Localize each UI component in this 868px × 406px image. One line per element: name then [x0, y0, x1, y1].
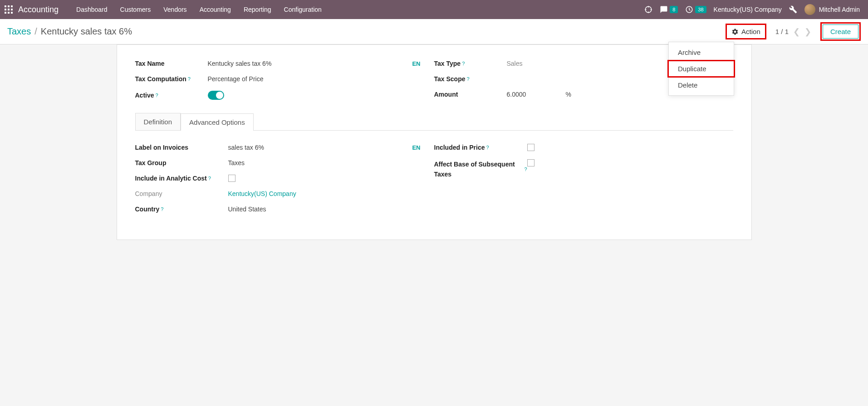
tab-definition[interactable]: Definition [135, 113, 181, 130]
active-toggle[interactable] [208, 91, 224, 100]
action-button[interactable]: Action [726, 24, 766, 39]
create-button[interactable]: Create [823, 24, 858, 39]
en-badge[interactable]: EN [412, 60, 420, 67]
tabs: Definition Advanced Options [135, 113, 733, 131]
top-nav: Accounting Dashboard Customers Vendors A… [0, 0, 868, 19]
tax-scope-label: Tax Scope? [434, 75, 507, 83]
menu-dashboard[interactable]: Dashboard [70, 0, 114, 19]
support-icon[interactable] [644, 5, 652, 14]
pager-value[interactable]: 1 / 1 [775, 28, 789, 35]
country-value[interactable]: United States [228, 205, 266, 213]
company-label: Company [135, 190, 228, 197]
help-icon[interactable]: ? [486, 145, 489, 150]
tax-type-value[interactable]: Sales [507, 60, 523, 67]
company-switcher[interactable]: Kentucky(US) Company [714, 6, 782, 13]
country-label: Country? [135, 205, 228, 213]
dropdown-archive[interactable]: Archive [669, 45, 734, 60]
tax-name-value[interactable]: Kentucky sales tax 6% [208, 60, 272, 67]
include-analytic-checkbox[interactable] [228, 175, 235, 182]
tab-advanced[interactable]: Advanced Options [181, 113, 254, 131]
messages-icon[interactable]: 8 [660, 5, 678, 14]
breadcrumb-parent[interactable]: Taxes [7, 26, 31, 37]
menu-reporting[interactable]: Reporting [237, 0, 278, 19]
activities-badge: 38 [695, 6, 706, 13]
gear-icon [731, 28, 739, 35]
svg-rect-6 [5, 12, 6, 14]
tax-computation-value[interactable]: Percentage of Price [208, 75, 264, 83]
included-price-checkbox[interactable] [527, 144, 535, 151]
tax-computation-label: Tax Computation? [135, 75, 208, 83]
messages-badge: 8 [670, 6, 678, 13]
pager-next-icon[interactable]: ❯ [804, 27, 811, 37]
include-analytic-label: Include in Analytic Cost? [135, 175, 228, 182]
company-value[interactable]: Kentucky(US) Company [228, 190, 296, 197]
help-icon[interactable]: ? [208, 176, 211, 181]
tax-type-label: Tax Type? [434, 60, 507, 67]
amount-suffix: % [566, 91, 571, 98]
user-name: Mitchell Admin [819, 6, 860, 13]
menu-accounting[interactable]: Accounting [193, 0, 237, 19]
breadcrumb: Taxes / Kentucky sales tax 6% [7, 26, 132, 37]
svg-rect-1 [8, 5, 10, 7]
help-icon[interactable]: ? [524, 166, 527, 174]
active-label: Active? [135, 92, 208, 99]
breadcrumb-current: Kentucky sales tax 6% [41, 26, 132, 37]
help-icon[interactable]: ? [462, 61, 465, 66]
help-icon[interactable]: ? [161, 206, 163, 212]
apps-icon[interactable] [5, 5, 13, 14]
label-invoices-value[interactable]: sales tax 6% [228, 144, 264, 151]
pager: 1 / 1 ❮ ❯ [775, 27, 811, 37]
svg-rect-4 [8, 9, 10, 10]
affect-base-label: Affect Base of Subsequent Taxes? [434, 159, 527, 180]
tax-name-label: Tax Name [135, 60, 208, 67]
en-badge[interactable]: EN [412, 144, 420, 151]
svg-rect-3 [5, 9, 6, 10]
amount-value[interactable]: 6.0000 [507, 91, 552, 98]
tax-group-value[interactable]: Taxes [228, 159, 245, 166]
dropdown-duplicate[interactable]: Duplicate [667, 60, 735, 78]
app-name[interactable]: Accounting [18, 5, 59, 15]
breadcrumb-sep: / [34, 26, 37, 37]
control-panel: Taxes / Kentucky sales tax 6% Action 1 /… [0, 19, 868, 44]
menu-vendors[interactable]: Vendors [157, 0, 193, 19]
svg-rect-0 [5, 5, 6, 7]
action-dropdown: Archive Duplicate Delete [668, 42, 734, 96]
amount-label: Amount [434, 91, 507, 98]
form-card: Tax Name Kentucky sales tax 6% EN Tax Co… [117, 44, 752, 240]
user-menu[interactable]: Mitchell Admin [804, 4, 860, 15]
svg-rect-5 [11, 9, 13, 10]
pager-prev-icon[interactable]: ❮ [793, 27, 800, 37]
svg-rect-2 [11, 5, 13, 7]
help-icon[interactable]: ? [467, 76, 470, 82]
svg-rect-7 [8, 12, 10, 14]
activities-icon[interactable]: 38 [685, 5, 706, 14]
menu-configuration[interactable]: Configuration [278, 0, 328, 19]
help-icon[interactable]: ? [156, 93, 158, 98]
menu-customers[interactable]: Customers [114, 0, 157, 19]
action-label: Action [741, 28, 760, 35]
debug-icon[interactable] [789, 5, 797, 14]
avatar [804, 4, 815, 15]
label-invoices-label: Label on Invoices [135, 144, 228, 151]
main-content: Tax Name Kentucky sales tax 6% EN Tax Co… [117, 44, 752, 240]
included-price-label: Included in Price? [434, 144, 527, 151]
tab-content-advanced: Label on Invoices sales tax 6% EN Tax Gr… [117, 131, 751, 217]
svg-rect-8 [11, 12, 13, 14]
dropdown-delete[interactable]: Delete [669, 78, 734, 93]
help-icon[interactable]: ? [188, 76, 191, 82]
affect-base-checkbox[interactable] [527, 159, 535, 166]
tax-group-label: Tax Group [135, 159, 228, 166]
